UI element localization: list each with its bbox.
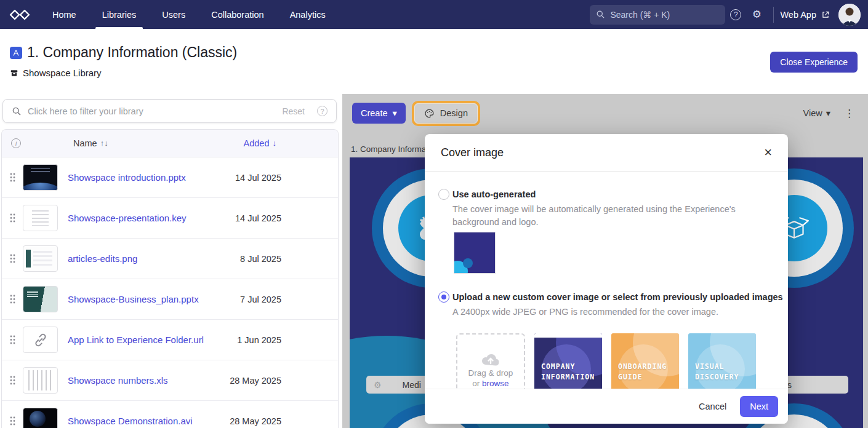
file-added-date: 28 May 2025 [230, 416, 281, 426]
radio-auto-generated[interactable] [438, 189, 449, 200]
dropzone-line1: Drag & drop [468, 368, 513, 378]
more-options-button[interactable]: ⋮ [844, 107, 854, 120]
file-name-link[interactable]: Showspace-Business_plan.pptx [68, 294, 199, 304]
web-app-link[interactable]: Web App [780, 10, 830, 20]
design-button[interactable]: Design [414, 103, 478, 124]
drag-handle[interactable] [2, 213, 23, 223]
file-thumbnail[interactable] [23, 205, 58, 231]
experience-preview-title: 1. Company Informat [351, 145, 428, 154]
file-thumbnail[interactable] [23, 367, 58, 394]
column-header-added[interactable]: Added ↓ [244, 138, 276, 148]
infinity-logo-icon [9, 9, 30, 21]
caret-down-icon: ▾ [826, 108, 830, 118]
filter-help-icon[interactable]: ? [317, 106, 328, 116]
cloud-upload-icon [480, 351, 501, 367]
drag-handle[interactable] [2, 173, 23, 182]
reset-filter-button[interactable]: Reset [282, 106, 305, 116]
file-thumbnail[interactable] [23, 286, 58, 312]
name-column-label: Name [73, 138, 97, 148]
modal-footer: Cancel Next [425, 389, 788, 424]
cancel-button[interactable]: Cancel [699, 402, 726, 411]
column-header-name[interactable]: Name ↑↓ [73, 138, 108, 148]
library-filter-bar[interactable]: Click here to filter your library Reset … [2, 99, 337, 123]
search-icon [12, 106, 22, 116]
nav-items: Home Libraries Users Collaboration Analy… [39, 0, 339, 29]
table-row: Showspace-presentation.key 14 Jul 2025 [2, 198, 338, 239]
user-avatar[interactable] [838, 4, 861, 26]
nav-divider [773, 7, 774, 23]
drag-handle[interactable] [2, 335, 23, 344]
table-row: App Link to Experience Folder.url 1 Jun … [2, 320, 338, 360]
file-added-date: 1 Jun 2025 [237, 335, 281, 345]
view-dropdown[interactable]: View ▾ [803, 108, 830, 118]
sort-both-icon: ↑↓ [100, 138, 108, 148]
nav-item-libraries[interactable]: Libraries [89, 0, 150, 29]
table-row: articles-edits.png 8 Jul 2025 [2, 239, 338, 279]
tile-label: COMPANY INFORMATION [541, 362, 595, 383]
auto-generated-label: Use auto-generated [452, 189, 536, 199]
file-name-link[interactable]: articles-edits.png [68, 253, 137, 264]
file-thumbnail[interactable] [23, 327, 58, 353]
drag-handle[interactable] [2, 295, 23, 304]
close-icon[interactable]: × [764, 146, 772, 159]
create-button[interactable]: Create ▾ [352, 103, 406, 124]
file-thumbnail[interactable] [23, 245, 58, 272]
file-name-link[interactable]: Showspace introduction.pptx [68, 172, 186, 183]
file-added-date: 8 Jul 2025 [240, 254, 281, 264]
library-file-table: i Name ↑↓ Added ↓ Showspace introduction… [1, 129, 339, 428]
filter-placeholder: Click here to filter your library [28, 106, 276, 116]
modal-title: Cover image [441, 146, 504, 159]
tile-label: VISUAL DISCOVERY [695, 362, 739, 383]
nav-item-analytics[interactable]: Analytics [277, 0, 339, 29]
auto-generated-preview [454, 232, 496, 274]
radio-upload-custom[interactable] [438, 291, 449, 303]
drag-handle[interactable] [2, 416, 23, 426]
web-app-label: Web App [780, 10, 816, 20]
nav-item-home[interactable]: Home [39, 0, 89, 29]
file-thumbnail[interactable] [23, 408, 58, 428]
auto-generated-description: The cover image will be automatically ge… [452, 203, 763, 229]
file-added-date: 14 Jul 2025 [235, 173, 281, 183]
file-name-link[interactable]: Showspace numbers.xls [68, 375, 168, 386]
external-link-icon [821, 10, 830, 19]
palette-icon [424, 108, 435, 119]
create-label: Create [361, 108, 388, 118]
close-experience-button[interactable]: Close Experience [770, 52, 858, 73]
design-label: Design [440, 108, 468, 118]
browse-link[interactable]: browse [482, 379, 509, 388]
added-column-label: Added [244, 138, 270, 148]
file-name-link[interactable]: Showspace-presentation.key [68, 213, 187, 223]
avatar-photo [838, 4, 861, 26]
table-row: Showspace introduction.pptx 14 Jul 2025 [2, 157, 338, 198]
link-icon [33, 332, 49, 348]
file-thumbnail[interactable] [23, 164, 58, 191]
nav-item-users[interactable]: Users [149, 0, 198, 29]
drag-handle[interactable] [2, 376, 23, 385]
experience-toolbar: Create ▾ Design View ▾ ⋮ [342, 94, 868, 132]
modal-header: Cover image × [425, 134, 788, 172]
file-added-date: 14 Jul 2025 [235, 213, 281, 223]
search-input[interactable]: Search (⌘ + K) [590, 5, 725, 25]
upload-custom-label: Upload a new custom cover image or selec… [452, 292, 783, 302]
file-added-date: 7 Jul 2025 [240, 295, 281, 304]
help-button[interactable]: ? [725, 5, 746, 25]
info-icon[interactable]: i [11, 138, 21, 148]
settings-button[interactable]: ⚙ [746, 5, 767, 25]
table-row: Showspace Demonstration.avi 28 May 2025 [2, 401, 338, 428]
view-label: View [803, 108, 822, 118]
next-button[interactable]: Next [740, 396, 778, 417]
drag-handle[interactable] [2, 254, 23, 263]
file-name-link[interactable]: Showspace Demonstration.avi [68, 416, 193, 426]
nav-item-collaboration[interactable]: Collaboration [198, 0, 276, 29]
upload-custom-description: A 2400px wide JPEG or PNG is recommended… [452, 306, 763, 319]
top-nav: Home Libraries Users Collaboration Analy… [0, 0, 868, 29]
design-button-highlight: Design [412, 101, 480, 126]
caret-down-icon: ▾ [393, 108, 397, 118]
tile-label: ONBOARDING GUIDE [618, 362, 667, 383]
search-icon [596, 10, 605, 19]
app-logo[interactable] [0, 9, 39, 21]
file-name-link[interactable]: App Link to Experience Folder.url [68, 335, 204, 345]
experience-icon [10, 47, 22, 59]
library-name: Showspace Library [23, 68, 102, 78]
help-icon: ? [730, 9, 741, 20]
